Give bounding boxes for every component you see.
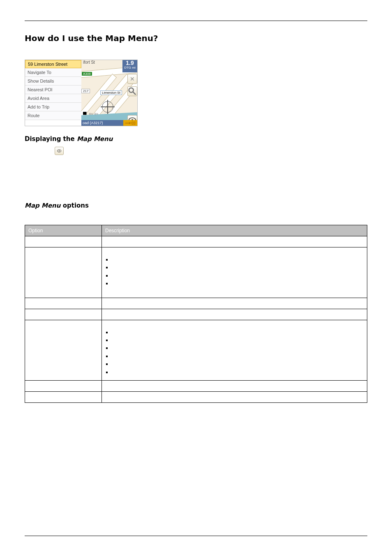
option-name: Add Avoid Area — [25, 391, 102, 402]
table-header: Option — [25, 225, 102, 236]
page-footer: NavPix 41 — [25, 536, 367, 543]
table-row: Nearest POI Displays the Select POI scre… — [25, 298, 367, 309]
device-screenshot: 59 Limerston Street Navigate To Show Det… — [25, 60, 138, 126]
screenshot-menu-item[interactable]: Nearest POI — [25, 86, 81, 94]
table-row: Set As Start Sets the selected location … — [25, 380, 367, 391]
table-row: Show Details Displays the Destination Pr… — [25, 247, 367, 298]
table-row: Route (only shown when a route is calcul… — [25, 320, 367, 380]
footer-left: NavPix — [25, 538, 39, 543]
search-icon[interactable] — [127, 86, 137, 96]
direction-arrows-icon: ⇦ ⇦ — [89, 111, 98, 117]
option-desc: Displays the Route submenu, from which y… — [102, 320, 367, 380]
option-desc: Calculates a route from your current pos… — [102, 236, 367, 247]
subheading-text: options — [60, 202, 89, 209]
displaying-body-text: The Map Menu is displayed by tapping the… — [25, 159, 367, 165]
options-table: Option Description Navigate To Calculate… — [25, 225, 367, 403]
close-icon[interactable]: ✕ — [127, 74, 137, 84]
table-row: Navigate To Calculates a route from your… — [25, 236, 367, 247]
street-callout: Limerston St — [100, 90, 122, 95]
screenshot-menu-item[interactable]: Route — [25, 111, 81, 120]
list-item: Display the nearest Traffic Event messag… — [111, 345, 364, 353]
map-menu-icon — [55, 147, 64, 155]
table-row: Avoid Area Adds an avoid area centred on… — [25, 309, 367, 320]
list-item: Display a summary of your route. — [111, 329, 364, 337]
flag-icon: ▀ — [83, 112, 87, 118]
list-item: Save the location as a Favourite. — [111, 273, 364, 280]
table-header: Description — [102, 225, 367, 236]
list-item: Display the location on the Map screen. — [111, 257, 364, 264]
list-item: Demonstrate your route. — [111, 369, 364, 377]
screenshot-menu-item[interactable]: Show Details — [25, 77, 81, 86]
svg-point-5 — [59, 150, 60, 151]
dtg-label: DTG — [124, 66, 131, 69]
status-left: oad (A3217) — [83, 121, 103, 125]
option-desc: Sets the selected location as your start… — [102, 380, 367, 391]
screenshot-menu-item[interactable]: Avoid Area — [25, 94, 81, 103]
map-status-bar: oad (A3217) ⟶▫▯▯ — [81, 120, 137, 126]
map-top-street: ifort St — [83, 60, 95, 65]
option-desc: Displays the Select POI screen. Select a… — [102, 298, 367, 309]
options-intro-text: The following options are available in t… — [25, 213, 367, 219]
screenshot-menu-item[interactable]: Navigate To — [25, 68, 81, 77]
screenshot-menu-header: 59 Limerston Street — [25, 60, 81, 68]
dtg-unit: mi — [132, 66, 135, 69]
option-name: Show Details — [25, 247, 102, 298]
dtg-value: 1.9 — [122, 60, 137, 66]
subheading-text-italic: Map Menu — [77, 135, 113, 143]
footer-page-number: 41 — [362, 538, 367, 543]
screenshot-map: ifort St 1.9 DTG mi A308 217 Limerston S… — [81, 60, 137, 126]
option-desc-text: Displays the Destination Preview screen,… — [105, 250, 240, 256]
option-name: Navigate To — [25, 236, 102, 247]
road-badge: 217 — [81, 89, 90, 93]
subheading-displaying: Displaying the Map Menu — [25, 135, 367, 143]
option-desc-text: Displays the Route submenu, from which y… — [105, 323, 215, 328]
option-desc: Adds an avoid area for you to size. — [102, 391, 367, 402]
top-rule — [25, 21, 367, 21]
option-desc: Adds an avoid area centred on the select… — [102, 309, 367, 320]
page-title: How do I use the Map Menu? — [25, 33, 367, 43]
dtg-readout: 1.9 DTG mi — [122, 60, 137, 72]
list-item: Navigate to the location. — [111, 280, 364, 288]
table-row: Add Avoid Area Adds an avoid area for yo… — [25, 391, 367, 402]
option-name: Route (only shown when a route is calcul… — [25, 320, 102, 380]
option-name: Set As Start — [25, 380, 102, 391]
subheading-text: Displaying the — [25, 135, 77, 143]
option-desc: Displays the Destination Preview screen,… — [102, 247, 367, 298]
subheading-options: Map Menu options — [25, 202, 367, 209]
status-right: ⟶▫▯▯ — [123, 120, 137, 126]
displaying-body-text: to display the Map Menu. The Map Menu wi… — [67, 146, 343, 153]
screenshot-menu-item[interactable]: Add to Trip — [25, 103, 81, 111]
option-name: Nearest POI — [25, 298, 102, 309]
option-desc-trailing: For more information, see "Using the Des… — [105, 289, 250, 295]
list-item: Add the location to your trip. — [111, 264, 364, 272]
list-item: Display the Instruction List for your ro… — [111, 337, 364, 345]
svg-line-1 — [133, 92, 136, 95]
screenshot-menu-panel: 59 Limerston Street Navigate To Show Det… — [25, 60, 81, 126]
option-name: Avoid Area — [25, 309, 102, 320]
map-side-buttons: ✕ — [127, 74, 137, 125]
svg-point-0 — [129, 88, 134, 92]
crosshair-icon — [102, 101, 113, 113]
subheading-text-italic: Map Menu — [25, 202, 60, 209]
list-item: Detour your route. — [111, 353, 364, 361]
list-item: Skip the next waypoint. — [111, 361, 364, 369]
road-badge: A308 — [81, 72, 92, 76]
